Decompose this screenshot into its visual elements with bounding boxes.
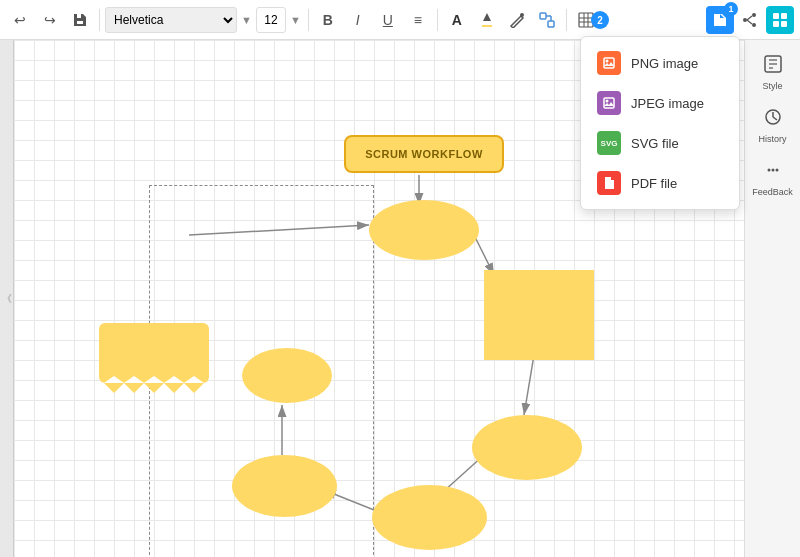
right-panel: Style History FeedBack xyxy=(744,40,800,557)
svg-point-22 xyxy=(606,100,609,103)
ellipse-5[interactable] xyxy=(242,348,332,403)
stroke-button[interactable] xyxy=(503,6,531,34)
feedback-icon xyxy=(763,160,783,185)
svg-line-25 xyxy=(474,235,494,275)
ellipse-2[interactable] xyxy=(472,415,582,480)
export-dropdown: 2 PNG image JPEG image SVG SVG file PDF … xyxy=(580,36,740,210)
left-panel-collapse[interactable]: 《 xyxy=(0,40,14,557)
export-svg-label: SVG file xyxy=(631,136,679,151)
underline-button[interactable]: U xyxy=(374,6,402,34)
export-pdf-label: PDF file xyxy=(631,176,677,191)
font-family-select[interactable]: Helvetica Arial Times New Roman xyxy=(105,7,237,33)
svg-rect-31 xyxy=(99,323,209,383)
svg-rect-17 xyxy=(773,21,779,27)
diagram-title: SCRUM WORKFLOW xyxy=(365,148,483,160)
more-options-button[interactable] xyxy=(766,6,794,34)
export-badge: 1 xyxy=(724,2,738,16)
svg-marker-32 xyxy=(104,383,204,393)
font-size-input[interactable] xyxy=(256,7,286,33)
ellipse-1[interactable] xyxy=(369,200,479,260)
jpg-icon xyxy=(597,91,621,115)
title-box[interactable]: SCRUM WORKFLOW xyxy=(344,135,504,173)
svg-rect-19 xyxy=(604,58,614,68)
style-icon xyxy=(763,54,783,79)
style-panel-button[interactable]: Style xyxy=(749,48,797,97)
feedback-label: FeedBack xyxy=(752,187,793,197)
ellipse-4[interactable] xyxy=(232,455,337,517)
export-jpeg-label: JPEG image xyxy=(631,96,704,111)
svg-point-12 xyxy=(743,18,747,22)
export-pdf-item[interactable]: PDF file xyxy=(581,163,739,203)
feedback-panel-button[interactable]: FeedBack xyxy=(749,154,797,203)
svg-icon: SVG xyxy=(597,131,621,155)
redo-button[interactable]: ↪ xyxy=(36,6,64,34)
png-icon xyxy=(597,51,621,75)
history-panel-button[interactable]: History xyxy=(749,101,797,150)
sep3 xyxy=(437,9,438,31)
export-png-item[interactable]: PNG image xyxy=(581,43,739,83)
svg-point-20 xyxy=(606,60,609,63)
svg-point-11 xyxy=(752,23,756,27)
history-icon xyxy=(763,107,783,132)
export-svg-item[interactable]: SVG SVG file xyxy=(581,123,739,163)
bold-button[interactable]: B xyxy=(314,6,342,34)
sep1 xyxy=(99,9,100,31)
svg-line-44 xyxy=(773,117,777,120)
svg-line-14 xyxy=(747,20,752,24)
fill-color-button[interactable] xyxy=(473,6,501,34)
undo-button[interactable]: ↩ xyxy=(6,6,34,34)
export-jpeg-item[interactable]: JPEG image xyxy=(581,83,739,123)
collapse-icon: 《 xyxy=(2,292,12,306)
pdf-icon xyxy=(597,171,621,195)
history-label: History xyxy=(758,134,786,144)
ellipse-3[interactable] xyxy=(372,485,487,550)
svg-point-10 xyxy=(752,13,756,17)
svg-point-46 xyxy=(771,169,774,172)
connection-button[interactable] xyxy=(533,6,561,34)
toolbar: ↩ ↪ Helvetica Arial Times New Roman ▼ ▼ … xyxy=(0,0,800,40)
dropdown-badge: 2 xyxy=(591,11,609,29)
svg-line-26 xyxy=(524,355,534,415)
share-button[interactable] xyxy=(736,6,764,34)
italic-button[interactable]: I xyxy=(344,6,372,34)
svg-rect-21 xyxy=(604,98,614,108)
svg-rect-15 xyxy=(773,13,779,19)
style-label: Style xyxy=(762,81,782,91)
svg-rect-2 xyxy=(548,21,554,27)
export-btn-wrapper: 1 xyxy=(706,6,734,34)
svg-rect-18 xyxy=(781,21,787,27)
svg-point-0 xyxy=(520,13,524,17)
svg-point-45 xyxy=(767,169,770,172)
speech-bubble[interactable] xyxy=(94,318,214,408)
rect-1[interactable] xyxy=(484,270,594,360)
svg-line-13 xyxy=(747,16,752,20)
save-button[interactable] xyxy=(66,6,94,34)
font-color-button[interactable]: A xyxy=(443,6,471,34)
svg-point-47 xyxy=(775,169,778,172)
sep4 xyxy=(566,9,567,31)
svg-rect-1 xyxy=(540,13,546,19)
svg-rect-16 xyxy=(781,13,787,19)
export-png-label: PNG image xyxy=(631,56,698,71)
align-button[interactable]: ≡ xyxy=(404,6,432,34)
sep2 xyxy=(308,9,309,31)
